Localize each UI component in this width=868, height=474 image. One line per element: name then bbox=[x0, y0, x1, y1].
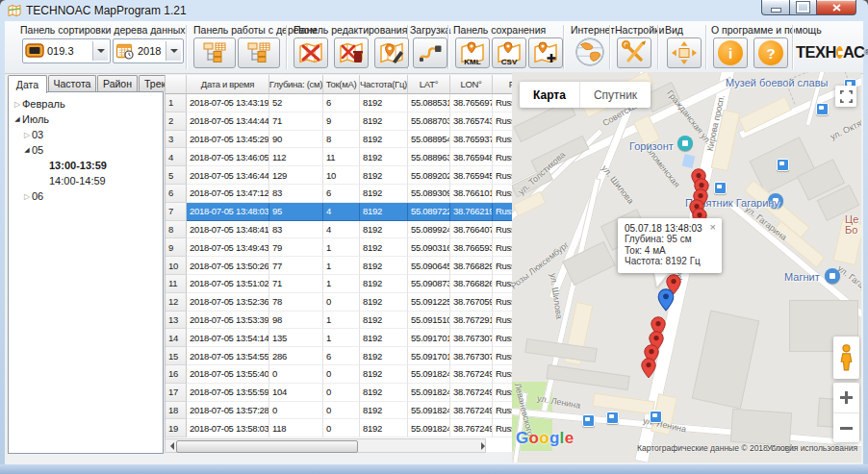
tree-item-label: 13:00-13:59 bbox=[49, 160, 107, 171]
google-logo[interactable]: Google bbox=[516, 429, 574, 448]
table-row[interactable]: 72018-07-05 13:48:03954819255.08972238.7… bbox=[166, 203, 513, 221]
google-logo-letter: e bbox=[565, 429, 574, 447]
tree-item[interactable]: ▷03 bbox=[9, 127, 163, 142]
magnit-poi-icon[interactable] bbox=[825, 268, 840, 284]
gorizont-poi-icon[interactable] bbox=[677, 136, 693, 151]
maximize-button[interactable] bbox=[790, 0, 817, 15]
collapsed-arrow-icon[interactable]: ▷ bbox=[22, 131, 32, 139]
data-table[interactable]: Дата и времяГлубина: (см)Ток(мА)Частота(… bbox=[165, 75, 513, 452]
tree-item[interactable]: ▷06 bbox=[9, 188, 163, 204]
tab-Дата[interactable]: Дата bbox=[8, 75, 47, 93]
tab-Район[interactable]: Район bbox=[97, 75, 138, 91]
tree-item[interactable]: 14:00-14:59 bbox=[9, 173, 163, 188]
group-label: Загрузка bbox=[410, 24, 450, 36]
bus-stop-icon[interactable] bbox=[714, 182, 727, 194]
load-data-button[interactable] bbox=[413, 37, 447, 68]
bus-stop-icon[interactable] bbox=[816, 103, 829, 115]
zoom-out-button[interactable] bbox=[833, 412, 859, 443]
tooltip-close-icon[interactable]: × bbox=[710, 221, 716, 233]
table-row[interactable]: 52018-07-05 13:46:4412910819255.08920238… bbox=[166, 166, 513, 185]
bus-stop-icon[interactable] bbox=[777, 159, 789, 171]
table-row[interactable]: 42018-07-05 13:46:0511211819255.08896338… bbox=[166, 148, 513, 166]
column-header[interactable]: Глубина: (см) bbox=[269, 75, 323, 94]
table-row[interactable]: 12018-07-05 13:43:19526819255.08853138.7… bbox=[166, 94, 513, 112]
map-poi-label[interactable]: Магнит bbox=[784, 271, 820, 283]
table-horizontal-scrollbar[interactable] bbox=[165, 438, 486, 453]
about-button[interactable]: i bbox=[713, 37, 748, 68]
tab-Частота[interactable]: Частота bbox=[48, 75, 96, 91]
bus-stop-icon[interactable] bbox=[606, 412, 619, 424]
tree-item[interactable]: ▷Февраль bbox=[9, 96, 163, 112]
chevron-down-icon[interactable] bbox=[166, 41, 181, 61]
map-poi-label[interactable]: Бо bbox=[845, 224, 857, 236]
cell: 2018-07-05 13:57:28 bbox=[187, 402, 269, 420]
column-header[interactable]: LON° bbox=[450, 75, 493, 94]
help-button[interactable]: ? bbox=[753, 37, 788, 68]
table-row[interactable]: 122018-07-05 13:52:36780819255.09122538.… bbox=[166, 293, 513, 312]
column-header[interactable]: Ток(мА) bbox=[323, 75, 360, 94]
collapsed-arrow-icon[interactable]: ▷ bbox=[13, 100, 22, 109]
minimize-button[interactable] bbox=[761, 0, 790, 15]
cell: 8192 bbox=[360, 203, 408, 221]
table-row[interactable]: 22018-07-05 13:44:44719819255.08870338.7… bbox=[166, 112, 513, 131]
delete-entry-button[interactable] bbox=[334, 37, 369, 68]
data-tree-panel[interactable]: ▷Февраль◢Июль▷03◢0513:00-13:5914:00-14:5… bbox=[8, 91, 164, 454]
tree-item[interactable]: ◢Июль bbox=[9, 112, 163, 127]
map-pin-selected[interactable] bbox=[657, 288, 675, 315]
expanded-arrow-icon[interactable]: ◢ bbox=[13, 115, 22, 123]
zoom-in-button[interactable] bbox=[833, 383, 859, 412]
map-type-map[interactable]: Карта bbox=[520, 82, 579, 108]
table-row[interactable]: 162018-07-05 13:55:4000819255.09182438.7… bbox=[166, 365, 513, 384]
column-header[interactable]: Частота(Гц) bbox=[360, 75, 408, 94]
street-view-pegman[interactable] bbox=[833, 337, 859, 379]
map-canvas[interactable]: 05.07.18 13:48:03 × Глубина: 95 см Ток: … bbox=[512, 72, 861, 462]
bus-stop-icon[interactable] bbox=[650, 411, 662, 423]
terms-link[interactable]: Условия использования bbox=[767, 443, 857, 453]
title-bar[interactable]: TECHNOAC MapProgram 1.21 bbox=[0, 0, 868, 21]
close-button[interactable] bbox=[817, 0, 856, 15]
table-row[interactable]: 172018-07-05 13:55:591040819255.09182438… bbox=[166, 384, 513, 402]
expand-tree-button[interactable] bbox=[193, 37, 236, 68]
collapse-tree-button[interactable] bbox=[238, 37, 280, 68]
map-pin-red[interactable] bbox=[641, 358, 656, 383]
row-number: 4 bbox=[166, 148, 187, 166]
table-row[interactable]: 112018-07-05 13:51:02711819255.09087338.… bbox=[166, 275, 513, 293]
table-row[interactable]: 62018-07-05 13:47:12836819255.08930938.7… bbox=[166, 185, 513, 203]
scrollbar-thumb[interactable] bbox=[176, 440, 358, 453]
table-row[interactable]: 142018-07-05 13:54:141351819255.09170138… bbox=[166, 329, 513, 347]
expanded-arrow-icon[interactable]: ◢ bbox=[22, 146, 32, 154]
add-map-button[interactable] bbox=[528, 37, 563, 68]
collapsed-arrow-icon[interactable]: ▷ bbox=[22, 192, 32, 201]
delete-map-button[interactable] bbox=[294, 37, 328, 68]
table-row[interactable]: 132018-07-05 13:53:39981819255.09151038.… bbox=[166, 312, 513, 330]
device-select[interactable]: 019.3 bbox=[22, 38, 111, 63]
table-row[interactable]: 92018-07-05 13:49:43791819255.09031638.7… bbox=[166, 238, 513, 257]
cell: 83 bbox=[269, 221, 323, 239]
save-csv-button[interactable]: CSV bbox=[492, 37, 526, 68]
settings-button[interactable] bbox=[617, 37, 651, 68]
column-header[interactable]: Район bbox=[493, 75, 513, 94]
column-header[interactable]: LAT° bbox=[408, 75, 450, 94]
table-row[interactable]: 32018-07-05 13:45:29908819255.08895438.7… bbox=[166, 131, 513, 149]
map-poi-label[interactable]: Музей боевой славы bbox=[726, 77, 828, 88]
fullscreen-button[interactable] bbox=[835, 86, 856, 107]
year-select[interactable]: 2018 bbox=[113, 38, 184, 63]
table-row[interactable]: 182018-07-05 13:57:2800819255.09182438.7… bbox=[166, 402, 513, 420]
view-button[interactable] bbox=[667, 37, 702, 68]
table-row[interactable]: 102018-07-05 13:50:26771819255.09064538.… bbox=[166, 257, 513, 275]
tree-item[interactable]: ◢05 bbox=[9, 142, 163, 158]
map-type-satellite[interactable]: Спутник bbox=[580, 82, 651, 108]
bus-stop-icon[interactable] bbox=[582, 414, 595, 427]
save-kml-button[interactable]: KML bbox=[455, 37, 490, 68]
table-row[interactable]: 82018-07-05 13:48:41834819255.08992438.7… bbox=[166, 221, 513, 239]
chevron-down-icon[interactable] bbox=[92, 41, 108, 61]
edit-point-button[interactable] bbox=[374, 37, 409, 68]
table-row[interactable]: 152018-07-05 13:54:552866819255.09170138… bbox=[166, 347, 513, 365]
scroll-right-arrow-icon[interactable] bbox=[472, 439, 485, 452]
map-poi-label[interactable]: Горизонт bbox=[629, 140, 674, 152]
column-header[interactable]: Дата и время bbox=[187, 75, 269, 94]
internet-button[interactable] bbox=[574, 37, 605, 71]
table-row[interactable]: 192018-07-05 13:58:031180819255.09182438… bbox=[166, 419, 513, 437]
column-header[interactable] bbox=[166, 75, 187, 94]
tree-item[interactable]: 13:00-13:59 bbox=[9, 158, 163, 173]
